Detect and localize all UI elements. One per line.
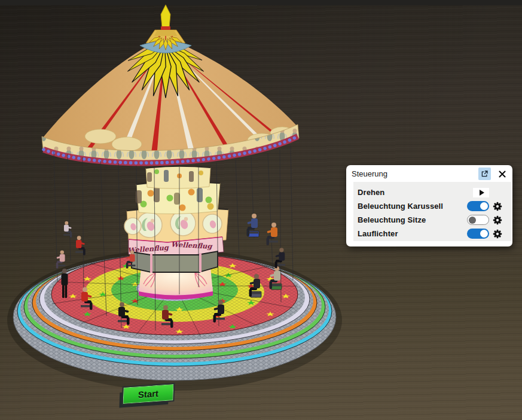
control-panel: Drehen Beleuchtung Karussell (353, 182, 511, 241)
gear-icon (493, 229, 502, 239)
base-panels (132, 251, 218, 273)
popout-button[interactable] (478, 168, 491, 180)
person (63, 221, 72, 238)
play-button[interactable] (473, 188, 489, 197)
person (56, 250, 66, 268)
row-beleuchtung-sitze: Beleuchtung Sitze (353, 213, 511, 227)
play-icon (480, 190, 484, 196)
close-button[interactable] (496, 168, 508, 180)
toggle-beleuchtung-karussell[interactable] (467, 201, 489, 211)
close-icon (499, 171, 506, 178)
control-window: Steuerung Drehen Beleuchtung Karussell (346, 165, 512, 246)
pop-out-icon (480, 169, 489, 178)
gear-icon (493, 215, 502, 225)
person (267, 223, 279, 245)
row-label: Drehen (358, 188, 467, 197)
carousel-roof (42, 5, 299, 165)
person (75, 236, 86, 255)
gear-button[interactable] (493, 202, 502, 211)
person (247, 214, 260, 237)
row-label: Beleuchtung Sitze (358, 215, 467, 224)
row-label: Lauflichter (358, 229, 467, 238)
window-title: Steuerung (352, 169, 478, 178)
row-label: Beleuchtung Karussell (358, 202, 467, 211)
row-drehen: Drehen (353, 185, 511, 199)
gear-spacer (493, 188, 502, 197)
row-beleuchtung-karussell: Beleuchtung Karussell (353, 199, 511, 213)
control-window-titlebar[interactable]: Steuerung (346, 165, 512, 182)
gear-button[interactable] (493, 215, 502, 225)
row-lauflichter: Lauflichter (353, 227, 511, 241)
gear-icon (493, 202, 502, 211)
toggle-beleuchtung-sitze[interactable] (467, 215, 489, 225)
gear-button[interactable] (493, 229, 502, 239)
toggle-lauflichter[interactable] (467, 229, 489, 239)
person (275, 248, 286, 268)
roof-finial (140, 5, 191, 53)
